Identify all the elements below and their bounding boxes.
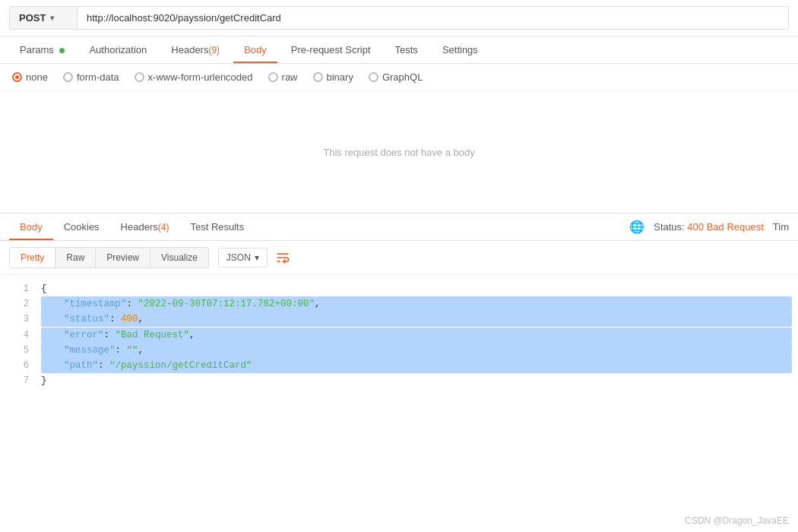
- time-label: Tim: [773, 221, 789, 233]
- line-num-1: 1: [6, 282, 29, 296]
- radio-urlencoded[interactable]: x-www-form-urlencoded: [135, 71, 253, 83]
- status-value: 400 Bad Request: [687, 221, 763, 233]
- line-num-5: 5: [6, 344, 29, 358]
- code-content-5: "message": "",: [41, 343, 792, 358]
- tab-body[interactable]: Body: [233, 36, 277, 63]
- radio-binary[interactable]: binary: [313, 71, 353, 83]
- resp-tab-headers[interactable]: Headers(4): [110, 214, 180, 240]
- radio-circle-urlencoded: [135, 72, 144, 82]
- url-bar: POST ▾: [0, 0, 798, 36]
- wrap-icon[interactable]: [275, 250, 290, 265]
- method-label: POST: [19, 12, 46, 24]
- code-line-2: 2 "timestamp": "2022-09-30T07:12:17.782+…: [0, 296, 798, 312]
- code-line-4: 4 "error": "Bad Request",: [0, 328, 798, 343]
- url-input[interactable]: [78, 6, 789, 30]
- line-num-3: 3: [6, 312, 29, 327]
- resp-tab-cookies[interactable]: Cookies: [53, 214, 110, 240]
- method-chevron: ▾: [50, 14, 54, 22]
- code-line-5: 5 "message": "",: [0, 343, 798, 358]
- method-dropdown[interactable]: POST ▾: [9, 6, 78, 30]
- code-content-2: "timestamp": "2022-09-30T07:12:17.782+00…: [41, 296, 792, 312]
- tab-headers[interactable]: Headers(9): [160, 36, 230, 63]
- radio-circle-raw: [268, 72, 278, 82]
- line-num-4: 4: [6, 328, 29, 343]
- format-tab-raw[interactable]: Raw: [55, 248, 96, 268]
- format-tab-pretty[interactable]: Pretty: [10, 248, 55, 268]
- resp-tab-test-results[interactable]: Test Results: [179, 214, 255, 240]
- code-content-6: "path": "/payssion/getCreditCard": [41, 358, 792, 373]
- empty-body-message: This request does not have a body: [0, 91, 798, 213]
- response-tabs-bar: Body Cookies Headers(4) Test Results 🌐 S…: [0, 214, 798, 241]
- line-num-7: 7: [6, 374, 29, 388]
- radio-raw[interactable]: raw: [268, 71, 298, 83]
- code-area: 1 { 2 "timestamp": "2022-09-30T07:12:17.…: [0, 275, 798, 394]
- footer-watermark: CSDN @Dragon_JavaEE: [685, 515, 789, 526]
- body-type-row: none form-data x-www-form-urlencoded raw…: [0, 64, 798, 91]
- format-tab-preview[interactable]: Preview: [96, 248, 150, 268]
- params-dot: [59, 48, 65, 53]
- radio-circle-binary: [313, 72, 323, 82]
- code-content-7: }: [41, 373, 792, 388]
- code-line-1: 1 {: [0, 281, 798, 296]
- radio-none[interactable]: none: [12, 71, 48, 83]
- radio-circle-graphql: [369, 72, 378, 82]
- line-num-6: 6: [6, 359, 29, 373]
- tab-params[interactable]: Params: [9, 36, 75, 63]
- code-line-6: 6 "path": "/payssion/getCreditCard": [0, 358, 798, 373]
- tab-settings[interactable]: Settings: [432, 36, 489, 63]
- radio-graphql[interactable]: GraphQL: [369, 71, 423, 83]
- globe-icon[interactable]: 🌐: [629, 220, 644, 234]
- radio-form-data[interactable]: form-data: [63, 71, 119, 83]
- code-content-4: "error": "Bad Request",: [41, 328, 792, 343]
- resp-tab-body[interactable]: Body: [9, 214, 53, 240]
- radio-circle-none: [12, 72, 22, 82]
- format-tabs: Pretty Raw Preview Visualize: [9, 247, 209, 268]
- code-line-3: 3 "status": 400,: [0, 312, 798, 327]
- code-line-7: 7 }: [0, 373, 798, 388]
- request-tabs: Params Authorization Headers(9) Body Pre…: [0, 36, 798, 64]
- json-format-dropdown[interactable]: JSON ▾: [218, 248, 268, 268]
- tab-authorization[interactable]: Authorization: [78, 36, 157, 63]
- line-num-2: 2: [6, 297, 29, 312]
- format-tab-visualize[interactable]: Visualize: [150, 248, 208, 268]
- response-format-bar: Pretty Raw Preview Visualize JSON ▾: [0, 241, 798, 275]
- status-label: Status: 400 Bad Request: [654, 221, 764, 233]
- code-content-1: {: [41, 281, 792, 296]
- tab-pre-request[interactable]: Pre-request Script: [280, 36, 382, 63]
- response-meta: 🌐 Status: 400 Bad Request Tim: [629, 220, 789, 234]
- tab-tests[interactable]: Tests: [385, 36, 429, 63]
- radio-circle-form-data: [63, 72, 73, 82]
- response-tabs: Body Cookies Headers(4) Test Results: [9, 214, 629, 240]
- code-content-3: "status": 400,: [41, 312, 792, 327]
